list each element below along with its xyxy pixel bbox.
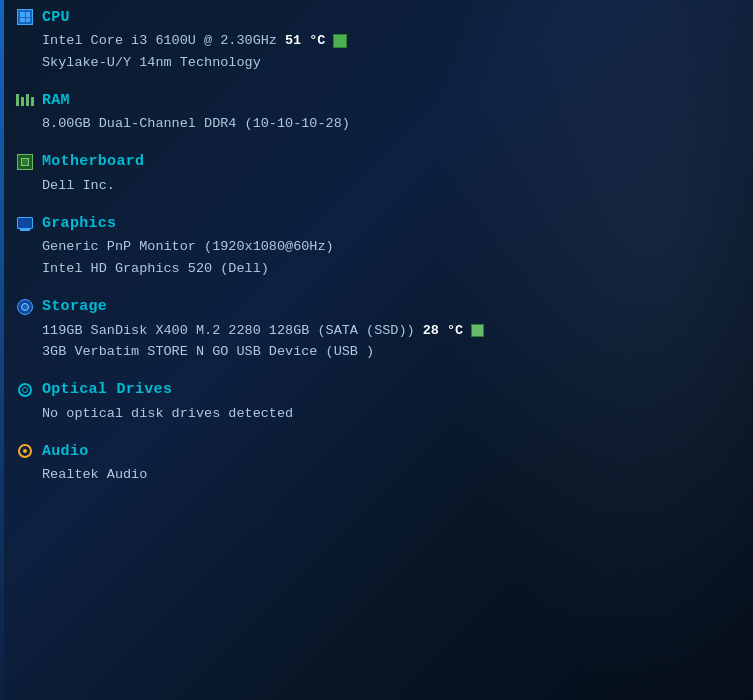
cpu-details: Intel Core i3 6100U @ 2.30GHz 51 °C Skyl…	[16, 30, 737, 73]
cpu-section: CPU Intel Core i3 6100U @ 2.30GHz 51 °C …	[16, 8, 737, 73]
motherboard-title: Motherboard	[42, 153, 144, 170]
audio-detail-0: Realtek Audio	[42, 464, 737, 486]
motherboard-details: Dell Inc.	[16, 175, 737, 197]
graphics-section: Graphics Generic PnP Monitor (1920x1080@…	[16, 214, 737, 279]
motherboard-section: Motherboard Dell Inc.	[16, 153, 737, 197]
graphics-detail-1: Intel HD Graphics 520 (Dell)	[42, 258, 737, 280]
ram-header: RAM	[16, 91, 737, 109]
cpu-temp: 51 °C	[285, 30, 326, 52]
optical-details: No optical disk drives detected	[16, 403, 737, 425]
cpu-header: CPU	[16, 8, 737, 26]
cpu-model: Intel Core i3 6100U @ 2.30GHz	[42, 30, 277, 52]
audio-icon	[16, 442, 34, 460]
motherboard-detail-0: Dell Inc.	[42, 175, 737, 197]
storage-header: Storage	[16, 298, 737, 316]
graphics-icon	[16, 214, 34, 232]
ram-details: 8.00GB Dual-Channel DDR4 (10-10-10-28)	[16, 113, 737, 135]
storage-detail-0: 119GB SanDisk X400 M.2 2280 128GB (SATA …	[42, 320, 737, 342]
ram-icon	[16, 91, 34, 109]
optical-title: Optical Drives	[42, 381, 172, 398]
audio-details: Realtek Audio	[16, 464, 737, 486]
storage-icon	[16, 298, 34, 316]
storage-temp: 28 °C	[423, 320, 464, 342]
optical-detail-0: No optical disk drives detected	[42, 403, 737, 425]
storage-status-icon	[471, 324, 484, 337]
optical-section: Optical Drives No optical disk drives de…	[16, 381, 737, 425]
motherboard-header: Motherboard	[16, 153, 737, 171]
graphics-details: Generic PnP Monitor (1920x1080@60Hz) Int…	[16, 236, 737, 279]
audio-title: Audio	[42, 443, 89, 460]
motherboard-icon	[16, 153, 34, 171]
storage-ssd-label: 119GB SanDisk X400 M.2 2280 128GB (SATA …	[42, 320, 415, 342]
graphics-header: Graphics	[16, 214, 737, 232]
cpu-detail-0: Intel Core i3 6100U @ 2.30GHz 51 °C	[42, 30, 737, 52]
storage-details: 119GB SanDisk X400 M.2 2280 128GB (SATA …	[16, 320, 737, 363]
cpu-detail-1: Skylake-U/Y 14nm Technology	[42, 52, 737, 74]
audio-section: Audio Realtek Audio	[16, 442, 737, 486]
main-content: CPU Intel Core i3 6100U @ 2.30GHz 51 °C …	[0, 0, 753, 520]
ram-title: RAM	[42, 92, 70, 109]
left-accent-bar	[0, 0, 4, 700]
cpu-status-icon	[333, 34, 347, 48]
cpu-title: CPU	[42, 9, 70, 26]
optical-header: Optical Drives	[16, 381, 737, 399]
cpu-icon	[16, 8, 34, 26]
audio-header: Audio	[16, 442, 737, 460]
optical-icon	[16, 381, 34, 399]
storage-detail-1: 3GB Verbatim STORE N GO USB Device (USB …	[42, 341, 737, 363]
storage-section: Storage 119GB SanDisk X400 M.2 2280 128G…	[16, 298, 737, 363]
storage-title: Storage	[42, 298, 107, 315]
graphics-detail-0: Generic PnP Monitor (1920x1080@60Hz)	[42, 236, 737, 258]
ram-detail-0: 8.00GB Dual-Channel DDR4 (10-10-10-28)	[42, 113, 737, 135]
graphics-title: Graphics	[42, 215, 116, 232]
ram-section: RAM 8.00GB Dual-Channel DDR4 (10-10-10-2…	[16, 91, 737, 135]
